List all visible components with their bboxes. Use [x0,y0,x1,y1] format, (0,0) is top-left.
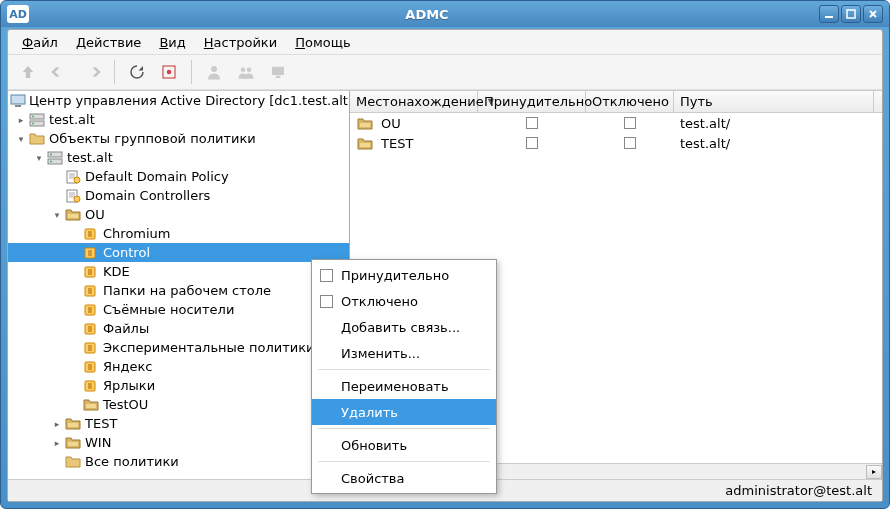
app-badge-icon: AD [7,5,29,23]
context-menu-label: Удалить [341,405,398,420]
context-menu-item[interactable]: Отключено [312,288,496,314]
menu-settings[interactable]: Настройки [196,33,285,52]
maximize-button[interactable] [841,5,861,23]
tree-item[interactable]: ▸test.alt [8,110,349,129]
svg-rect-10 [15,105,21,107]
tree-item[interactable]: Ярлыки [8,376,349,395]
tree-item-label: OU [85,207,105,222]
expand-toggle[interactable]: ▸ [50,419,64,429]
context-menu-item[interactable]: Обновить [312,432,496,458]
column-header[interactable]: Отключено [586,91,674,112]
tree-item[interactable]: Domain Controllers [8,186,349,205]
tree-item[interactable]: Default Domain Policy [8,167,349,186]
context-menu-label: Изменить... [341,346,420,361]
gpo-icon [82,379,100,393]
expand-toggle[interactable]: ▾ [14,134,28,144]
tree-item[interactable]: Съёмные носители [8,300,349,319]
menu-view[interactable]: Вид [151,33,193,52]
new-group-button[interactable] [232,58,260,86]
tree-item[interactable]: ▸WIN [8,433,349,452]
tree-item-label: Съёмные носители [103,302,234,317]
menu-separator [318,369,490,370]
tree-item[interactable]: Папки на рабочем столе [8,281,349,300]
forced-checkbox[interactable] [526,117,538,129]
nav-forward-button[interactable] [78,58,106,86]
tree-item[interactable]: Chromium [8,224,349,243]
forced-checkbox[interactable] [526,137,538,149]
tree-item[interactable]: ▾OU [8,205,349,224]
context-menu-label: Свойства [341,471,405,486]
new-computer-button[interactable] [264,58,292,86]
policy-icon [64,170,82,184]
folder-icon [64,455,82,468]
expand-toggle[interactable]: ▸ [14,115,28,125]
svg-point-14 [32,122,34,124]
titlebar[interactable]: AD ADMC [1,1,889,27]
tree-item[interactable]: Control [8,243,349,262]
tree-panel[interactable]: Центр управления Active Directory [dc1.t… [8,91,350,479]
tree-root[interactable]: Центр управления Active Directory [dc1.t… [8,91,349,110]
tree-item[interactable]: ▾Объекты групповой политики [8,129,349,148]
toolbar [8,54,882,90]
tree-item-label: test.alt [49,112,95,127]
table-row[interactable]: OUtest.alt/ [350,113,882,133]
svg-rect-37 [360,143,370,147]
column-header[interactable]: Принудительно [478,91,586,112]
refresh-button[interactable] [123,58,151,86]
svg-rect-34 [68,423,78,427]
tree-item-label: Экспериментальные политики [103,340,315,355]
tree-item[interactable]: KDE [8,262,349,281]
cell-location: TEST [381,136,413,151]
tree-item[interactable]: ▸TEST [8,414,349,433]
menu-action[interactable]: Действие [68,33,149,52]
tree-root-label: Центр управления Active Directory [dc1.t… [29,93,350,108]
menu-help[interactable]: Помощь [287,33,358,52]
tree-item[interactable]: Все политики [8,452,349,471]
tree-item[interactable]: TestOU [8,395,349,414]
tree-item-label: WIN [85,435,111,450]
column-header[interactable]: Местонахождение▼ [350,91,478,112]
new-user-button[interactable] [200,58,228,86]
minimize-button[interactable] [819,5,839,23]
disabled-checkbox[interactable] [624,137,636,149]
tree-item[interactable]: Файлы [8,319,349,338]
svg-point-20 [74,177,80,183]
target-button[interactable] [155,58,183,86]
tree-item-label: Ярлыки [103,378,155,393]
folder-icon [356,117,374,130]
tree-item[interactable]: Экспериментальные политики [8,338,349,357]
svg-rect-0 [825,16,833,18]
context-menu-item[interactable]: Удалить [312,399,496,425]
menu-file[interactable]: Файл [14,33,66,52]
table-row[interactable]: TESTtest.alt/ [350,133,882,153]
menu-checkbox[interactable] [320,269,333,282]
scroll-right-button[interactable]: ▸ [866,465,882,479]
disabled-checkbox[interactable] [624,117,636,129]
folder-icon [28,132,46,145]
column-header[interactable]: Путь [674,91,874,112]
context-menu[interactable]: ПринудительноОтключеноДобавить связь...И… [311,259,497,494]
expand-toggle[interactable]: ▸ [50,438,64,448]
context-menu-item[interactable]: Изменить... [312,340,496,366]
context-menu-item[interactable]: Добавить связь... [312,314,496,340]
tree-item[interactable]: ▾test.alt [8,148,349,167]
menu-checkbox[interactable] [320,295,333,308]
tree-item-label: Domain Controllers [85,188,210,203]
menu-separator [318,428,490,429]
gpo-icon [82,303,100,317]
context-menu-item[interactable]: Свойства [312,465,496,491]
expand-toggle[interactable]: ▾ [50,210,64,220]
nav-back-button[interactable] [46,58,74,86]
gpo-icon [82,341,100,355]
tree-item[interactable]: Яндекс [8,357,349,376]
gpo-icon [82,360,100,374]
context-menu-item[interactable]: Переименовать [312,373,496,399]
svg-point-5 [241,68,246,73]
close-button[interactable] [863,5,883,23]
context-menu-item[interactable]: Принудительно [312,262,496,288]
monitor-icon [10,94,26,108]
nav-up-button[interactable] [14,58,42,86]
expand-toggle[interactable]: ▾ [32,153,46,163]
menu-separator [318,461,490,462]
gpo-icon [82,227,100,241]
